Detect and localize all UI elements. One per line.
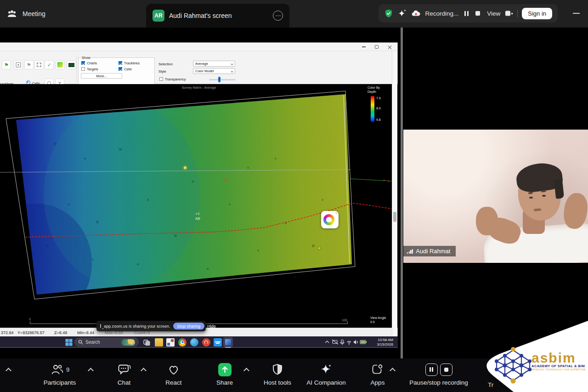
weather-widget[interactable] bbox=[121, 339, 135, 346]
chat-label: Chat bbox=[118, 379, 131, 386]
system-tray-icons[interactable] bbox=[322, 338, 368, 346]
meeting-label: Meeting bbox=[23, 10, 45, 17]
search-icon bbox=[78, 340, 83, 345]
check-tool-icon[interactable]: ✓ bbox=[45, 60, 54, 69]
origin-marker-label: AB bbox=[195, 216, 200, 221]
targets-checkbox[interactable] bbox=[81, 67, 85, 71]
status-x: 372.84 bbox=[1, 330, 14, 335]
ai-companion-label: AI Companion bbox=[306, 379, 346, 386]
survey-view-title: Survey Matrix - Average bbox=[0, 85, 398, 90]
selection-label: Selection bbox=[158, 62, 173, 66]
color-matrix-tool-icon[interactable] bbox=[56, 60, 65, 69]
stop-recording-icon[interactable] bbox=[475, 11, 480, 16]
transparency-checkbox[interactable] bbox=[159, 77, 163, 81]
charts-checkbox[interactable] bbox=[81, 61, 85, 65]
screen-share-pip-overlay[interactable]: × › bbox=[321, 211, 339, 228]
legend-title-line2: Depth bbox=[368, 90, 376, 94]
charts-checkbox-label: Charts bbox=[87, 61, 97, 65]
react-label: React bbox=[165, 379, 181, 386]
taskbar-search[interactable]: Search bbox=[74, 338, 139, 347]
origin-marker: +Y AB bbox=[195, 212, 200, 221]
participants-group-icon bbox=[6, 9, 17, 19]
speaker-icon bbox=[354, 340, 356, 345]
chrome-icon[interactable] bbox=[178, 338, 187, 347]
pane-splitter[interactable] bbox=[401, 28, 403, 358]
sign-in-button[interactable]: Sign in bbox=[522, 8, 552, 19]
participant-video[interactable]: Audi Rahmat bbox=[403, 130, 588, 263]
ai-companion-icon bbox=[319, 363, 333, 376]
pip-expand-icon[interactable]: › bbox=[336, 225, 337, 227]
pause-recording-icon[interactable] bbox=[464, 11, 469, 16]
toolbar-collapse-chevron[interactable] bbox=[6, 368, 11, 374]
red-app-icon[interactable] bbox=[202, 338, 210, 347]
selection-dropdown[interactable]: Average bbox=[193, 61, 235, 67]
app-close-icon[interactable] bbox=[384, 44, 395, 50]
wifi-icon bbox=[347, 341, 351, 343]
person-eye-left bbox=[529, 197, 533, 199]
hide-notification-link[interactable]: Hide bbox=[207, 324, 216, 329]
asbim-subtitle: ACADEMY OF SPATIAL & BIM bbox=[531, 364, 585, 368]
ruler-end-label: 100 bbox=[342, 318, 347, 322]
asbim-wordmark: asbim bbox=[531, 350, 576, 365]
pip-close-icon[interactable]: × bbox=[335, 211, 337, 215]
flag-green-tool-icon[interactable]: ⚑ bbox=[2, 60, 11, 69]
host-tools-label: Host tools bbox=[264, 379, 291, 386]
topbar-controls: Recording... View Sign in bbox=[379, 4, 558, 23]
ai-sparkle-icon[interactable] bbox=[397, 9, 407, 18]
ruler-start-label: 0 bbox=[29, 317, 31, 321]
heart-icon bbox=[167, 363, 181, 376]
flag-gray-tool-icon[interactable]: ⚑ bbox=[24, 60, 34, 69]
active-survey-app-icon[interactable] bbox=[223, 337, 233, 347]
shared-screen-tab[interactable]: AR Audi Rahmat's screen ⋯ bbox=[146, 4, 289, 28]
tab-more-icon[interactable]: ⋯ bbox=[273, 11, 283, 21]
topbar-divider bbox=[517, 10, 518, 17]
file-explorer-icon[interactable] bbox=[155, 338, 163, 347]
stop-recording-button-icon[interactable] bbox=[440, 364, 452, 376]
view-layout-icon[interactable] bbox=[504, 9, 513, 17]
chat-button[interactable]: Chat bbox=[96, 362, 152, 386]
more-button[interactable]: More... bbox=[81, 73, 122, 79]
app-maximize-icon[interactable] bbox=[372, 44, 382, 50]
share-button[interactable]: Share bbox=[197, 362, 252, 386]
minimize-window-icon[interactable] bbox=[573, 13, 580, 14]
office-app-icon[interactable] bbox=[166, 338, 175, 347]
security-shield-icon[interactable] bbox=[384, 9, 393, 18]
windows-start-icon[interactable] bbox=[65, 338, 73, 347]
scrollbar-handle[interactable] bbox=[393, 212, 396, 222]
connection-signal-icon bbox=[407, 249, 413, 254]
stop-sharing-button[interactable]: Stop sharing bbox=[173, 323, 205, 330]
matrix-tool-icon[interactable] bbox=[14, 60, 23, 69]
cells-checkbox[interactable] bbox=[119, 67, 122, 71]
react-button[interactable]: React bbox=[146, 362, 201, 386]
cell-view-tool-icon[interactable] bbox=[67, 60, 76, 69]
pause-recording-button-icon[interactable] bbox=[425, 364, 438, 376]
person-eye-right bbox=[542, 195, 546, 197]
survey-matrix-canvas[interactable]: Survey Matrix - Average Color By Depth 7… bbox=[0, 84, 398, 328]
view-button-label[interactable]: View bbox=[487, 10, 500, 17]
style-label: Style bbox=[158, 69, 166, 74]
expand-tool-icon[interactable] bbox=[34, 60, 44, 69]
transparency-slider[interactable] bbox=[209, 79, 236, 80]
cells-checkbox-label: Cells bbox=[124, 67, 132, 71]
chat-icon bbox=[117, 363, 131, 376]
taskbar-clock[interactable]: 10:58 AM 3/15/2026 bbox=[377, 338, 393, 347]
tracklines-checkbox[interactable] bbox=[119, 61, 122, 65]
app-vertical-scrollbar[interactable] bbox=[392, 51, 397, 336]
legend-tick-max: 9.8 bbox=[376, 118, 381, 122]
app-minimize-icon[interactable] bbox=[359, 44, 369, 50]
participants-button[interactable]: 9 Participants bbox=[28, 362, 92, 386]
edge-icon[interactable] bbox=[190, 338, 198, 347]
style-dropdown[interactable]: Color Model bbox=[193, 68, 235, 74]
participants-count: 9 bbox=[66, 366, 69, 373]
transparency-slider-handle[interactable] bbox=[218, 77, 220, 82]
participant-name: Audi Rahmat bbox=[416, 248, 450, 255]
docker-icon[interactable] bbox=[214, 338, 222, 347]
apps-button[interactable]: Apps bbox=[350, 362, 405, 386]
task-view-icon[interactable] bbox=[143, 338, 151, 347]
status-y: Y=9328676.57 bbox=[17, 330, 45, 335]
depth-color-scale bbox=[371, 96, 374, 122]
show-group-title: Show bbox=[81, 56, 91, 60]
bathymetry-map bbox=[0, 84, 398, 328]
view-angle-label: View Angle bbox=[370, 316, 386, 320]
status-min: Min=8.44 bbox=[77, 330, 94, 335]
